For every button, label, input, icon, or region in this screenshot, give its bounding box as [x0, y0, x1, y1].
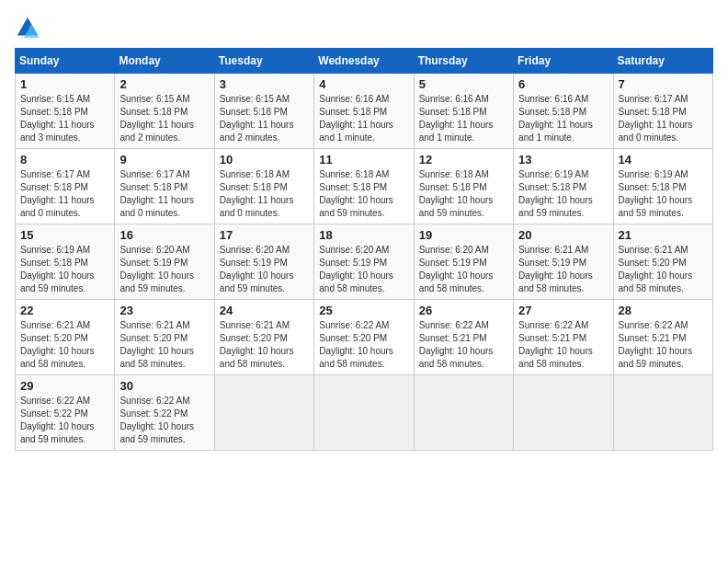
calendar-week-row: 29Sunrise: 6:22 AMSunset: 5:22 PMDayligh…: [16, 375, 713, 451]
calendar-cell: 16Sunrise: 6:20 AMSunset: 5:19 PMDayligh…: [115, 224, 214, 300]
day-info: Sunrise: 6:21 AMSunset: 5:20 PMDaylight:…: [619, 244, 708, 295]
day-info: Sunrise: 6:18 AMSunset: 5:18 PMDaylight:…: [419, 168, 508, 220]
calendar-cell: 2Sunrise: 6:15 AMSunset: 5:18 PMDaylight…: [115, 74, 214, 149]
day-info: Sunrise: 6:15 AMSunset: 5:18 PMDaylight:…: [119, 93, 209, 144]
page-container: Sunday Monday Tuesday Wednesday Thursday…: [15, 15, 713, 451]
calendar-week-row: 15Sunrise: 6:19 AMSunset: 5:18 PMDayligh…: [16, 224, 713, 300]
day-info: Sunrise: 6:21 AMSunset: 5:20 PMDaylight:…: [220, 319, 309, 371]
calendar-cell: 14Sunrise: 6:19 AMSunset: 5:18 PMDayligh…: [613, 149, 712, 224]
calendar-cell: [613, 375, 712, 451]
calendar-cell: 7Sunrise: 6:17 AMSunset: 5:18 PMDaylight…: [613, 74, 712, 149]
day-info: Sunrise: 6:15 AMSunset: 5:18 PMDaylight:…: [20, 93, 109, 144]
calendar-header: Sunday Monday Tuesday Wednesday Thursday…: [16, 49, 713, 74]
col-wednesday: Wednesday: [314, 49, 414, 74]
calendar-cell: 6Sunrise: 6:16 AMSunset: 5:18 PMDaylight…: [514, 74, 613, 149]
day-number: 13: [518, 153, 608, 167]
calendar-cell: 13Sunrise: 6:19 AMSunset: 5:18 PMDayligh…: [514, 149, 613, 224]
day-number: 15: [20, 228, 109, 242]
day-info: Sunrise: 6:20 AMSunset: 5:19 PMDaylight:…: [220, 244, 309, 295]
calendar-cell: 17Sunrise: 6:20 AMSunset: 5:19 PMDayligh…: [214, 224, 313, 300]
calendar-cell: [414, 375, 513, 451]
day-info: Sunrise: 6:22 AMSunset: 5:20 PMDaylight:…: [319, 319, 408, 371]
calendar-cell: 4Sunrise: 6:16 AMSunset: 5:18 PMDaylight…: [314, 74, 414, 149]
day-info: Sunrise: 6:17 AMSunset: 5:18 PMDaylight:…: [119, 168, 209, 220]
calendar-week-row: 1Sunrise: 6:15 AMSunset: 5:18 PMDaylight…: [16, 74, 713, 149]
col-sunday: Sunday: [16, 49, 115, 74]
day-number: 25: [319, 304, 408, 317]
day-number: 3: [220, 77, 309, 91]
calendar-cell: 10Sunrise: 6:18 AMSunset: 5:18 PMDayligh…: [214, 149, 313, 224]
day-info: Sunrise: 6:21 AMSunset: 5:19 PMDaylight:…: [518, 244, 608, 295]
day-number: 5: [419, 77, 508, 91]
day-number: 10: [220, 153, 309, 167]
day-number: 17: [220, 228, 309, 242]
day-number: 23: [119, 304, 209, 317]
day-number: 12: [419, 153, 508, 167]
day-number: 29: [20, 379, 109, 393]
calendar-cell: [214, 375, 313, 451]
day-info: Sunrise: 6:18 AMSunset: 5:18 PMDaylight:…: [319, 168, 408, 220]
col-tuesday: Tuesday: [214, 49, 313, 74]
day-info: Sunrise: 6:16 AMSunset: 5:18 PMDaylight:…: [319, 93, 408, 144]
calendar-cell: 25Sunrise: 6:22 AMSunset: 5:20 PMDayligh…: [314, 300, 414, 375]
day-info: Sunrise: 6:21 AMSunset: 5:20 PMDaylight:…: [20, 319, 109, 371]
calendar-cell: 26Sunrise: 6:22 AMSunset: 5:21 PMDayligh…: [414, 300, 513, 375]
day-info: Sunrise: 6:16 AMSunset: 5:18 PMDaylight:…: [419, 93, 508, 144]
day-number: 4: [319, 77, 408, 91]
day-number: 9: [119, 153, 209, 167]
day-info: Sunrise: 6:22 AMSunset: 5:21 PMDaylight:…: [619, 319, 708, 371]
day-number: 21: [619, 228, 708, 242]
day-info: Sunrise: 6:17 AMSunset: 5:18 PMDaylight:…: [20, 168, 109, 220]
day-info: Sunrise: 6:22 AMSunset: 5:22 PMDaylight:…: [119, 395, 209, 446]
calendar-cell: 20Sunrise: 6:21 AMSunset: 5:19 PMDayligh…: [514, 224, 613, 300]
col-thursday: Thursday: [414, 49, 513, 74]
calendar-cell: 24Sunrise: 6:21 AMSunset: 5:20 PMDayligh…: [214, 300, 313, 375]
calendar-week-row: 8Sunrise: 6:17 AMSunset: 5:18 PMDaylight…: [16, 149, 713, 224]
day-number: 8: [20, 153, 109, 167]
day-info: Sunrise: 6:20 AMSunset: 5:19 PMDaylight:…: [119, 244, 209, 295]
day-number: 30: [119, 379, 209, 393]
day-info: Sunrise: 6:22 AMSunset: 5:22 PMDaylight:…: [20, 395, 109, 446]
calendar-cell: 11Sunrise: 6:18 AMSunset: 5:18 PMDayligh…: [314, 149, 414, 224]
col-saturday: Saturday: [613, 49, 712, 74]
day-number: 24: [220, 304, 309, 317]
day-number: 19: [419, 228, 508, 242]
calendar-cell: 1Sunrise: 6:15 AMSunset: 5:18 PMDaylight…: [16, 74, 115, 149]
calendar-cell: [314, 375, 414, 451]
calendar-cell: 23Sunrise: 6:21 AMSunset: 5:20 PMDayligh…: [115, 300, 214, 375]
day-info: Sunrise: 6:19 AMSunset: 5:18 PMDaylight:…: [518, 168, 608, 220]
calendar-cell: 3Sunrise: 6:15 AMSunset: 5:18 PMDaylight…: [214, 74, 313, 149]
calendar-cell: 8Sunrise: 6:17 AMSunset: 5:18 PMDaylight…: [16, 149, 115, 224]
calendar-cell: 28Sunrise: 6:22 AMSunset: 5:21 PMDayligh…: [613, 300, 712, 375]
day-number: 18: [319, 228, 408, 242]
day-info: Sunrise: 6:19 AMSunset: 5:18 PMDaylight:…: [20, 244, 109, 295]
day-number: 22: [20, 304, 109, 317]
calendar-cell: 15Sunrise: 6:19 AMSunset: 5:18 PMDayligh…: [16, 224, 115, 300]
calendar-body: 1Sunrise: 6:15 AMSunset: 5:18 PMDaylight…: [16, 74, 713, 451]
day-info: Sunrise: 6:17 AMSunset: 5:18 PMDaylight:…: [619, 93, 708, 144]
day-number: 16: [119, 228, 209, 242]
calendar-cell: 19Sunrise: 6:20 AMSunset: 5:19 PMDayligh…: [414, 224, 513, 300]
day-number: 27: [518, 304, 608, 317]
logo: [15, 15, 44, 40]
day-number: 6: [518, 77, 608, 91]
calendar-cell: 21Sunrise: 6:21 AMSunset: 5:20 PMDayligh…: [613, 224, 712, 300]
day-info: Sunrise: 6:20 AMSunset: 5:19 PMDaylight:…: [319, 244, 408, 295]
calendar-table: Sunday Monday Tuesday Wednesday Thursday…: [15, 48, 713, 451]
day-number: 14: [619, 153, 708, 167]
calendar-cell: 18Sunrise: 6:20 AMSunset: 5:19 PMDayligh…: [314, 224, 414, 300]
day-number: 26: [419, 304, 508, 317]
calendar-week-row: 22Sunrise: 6:21 AMSunset: 5:20 PMDayligh…: [16, 300, 713, 375]
day-number: 28: [619, 304, 708, 317]
day-info: Sunrise: 6:15 AMSunset: 5:18 PMDaylight:…: [220, 93, 309, 144]
col-friday: Friday: [514, 49, 613, 74]
col-monday: Monday: [115, 49, 214, 74]
day-info: Sunrise: 6:22 AMSunset: 5:21 PMDaylight:…: [518, 319, 608, 371]
calendar-cell: 22Sunrise: 6:21 AMSunset: 5:20 PMDayligh…: [16, 300, 115, 375]
day-info: Sunrise: 6:18 AMSunset: 5:18 PMDaylight:…: [220, 168, 309, 220]
day-number: 11: [319, 153, 408, 167]
day-info: Sunrise: 6:21 AMSunset: 5:20 PMDaylight:…: [119, 319, 209, 371]
day-number: 1: [20, 77, 109, 91]
header-row: Sunday Monday Tuesday Wednesday Thursday…: [16, 49, 713, 74]
calendar-cell: 30Sunrise: 6:22 AMSunset: 5:22 PMDayligh…: [115, 375, 214, 451]
